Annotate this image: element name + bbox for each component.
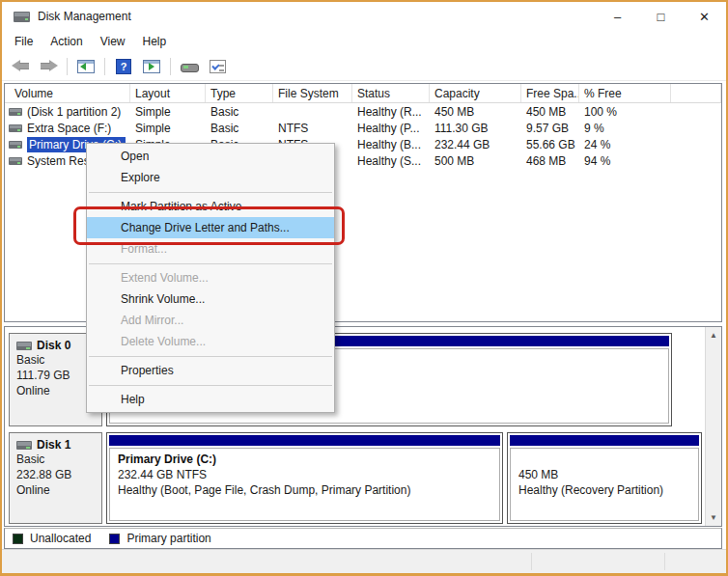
console-tree-button[interactable]: [73, 55, 98, 78]
unallocated-swatch: [13, 534, 23, 544]
checklist-icon: [210, 60, 226, 73]
column-header-type[interactable]: Type: [206, 84, 273, 102]
disk-icon: [16, 342, 32, 350]
help-icon: ?: [116, 59, 131, 74]
detail-pane-icon: [143, 60, 160, 73]
column-header-status[interactable]: Status: [352, 84, 430, 102]
volume-list-header: Volume Layout Type File System Status Ca…: [5, 84, 721, 103]
menu-view[interactable]: View: [92, 32, 134, 51]
table-row[interactable]: Extra Space (F:) Simple Basic NTFS Healt…: [5, 120, 721, 136]
primary-partition-swatch: [109, 534, 120, 544]
maximize-button[interactable]: □: [639, 2, 683, 31]
disk-icon: [16, 441, 32, 450]
action-pane-button[interactable]: [177, 55, 202, 78]
status-bar-separator: [531, 553, 532, 570]
back-arrow-icon: [12, 60, 30, 72]
console-tree-icon: [77, 60, 95, 73]
back-button[interactable]: [8, 55, 33, 78]
menu-action[interactable]: Action: [42, 32, 91, 51]
partition-color-bar: [109, 435, 500, 446]
menu-item-add-mirror: Add Mirror...: [87, 310, 334, 331]
menu-separator: [89, 356, 332, 357]
column-header-blank[interactable]: [671, 84, 721, 102]
column-header-file-system[interactable]: File System: [273, 84, 352, 102]
menu-item-help[interactable]: Help: [87, 389, 334, 410]
minimize-button[interactable]: –: [596, 2, 639, 31]
toolbar-separator: [67, 58, 68, 75]
window-controls: – □ ✕: [596, 2, 726, 31]
volume-icon: [9, 157, 22, 165]
title-bar: Disk Management – □ ✕: [2, 2, 726, 31]
toolbar-separator: [170, 58, 171, 75]
legend-label-primary-partition: Primary partition: [126, 532, 210, 545]
toolbar: ?: [2, 52, 726, 81]
menu-file[interactable]: File: [6, 32, 42, 51]
window-title: Disk Management: [38, 10, 131, 23]
action-pane-icon: [181, 61, 198, 72]
status-bar-separator: [664, 553, 665, 570]
column-header-free-space[interactable]: Free Spa...: [521, 84, 579, 102]
disk-management-window: Disk Management – □ ✕ File Action View H…: [0, 0, 728, 576]
close-button[interactable]: ✕: [683, 2, 726, 31]
context-menu: Open Explore Mark Partition as Active Ch…: [86, 143, 335, 413]
scroll-down-icon[interactable]: ▼: [706, 510, 721, 525]
menu-item-properties[interactable]: Properties: [87, 360, 334, 381]
column-header-capacity[interactable]: Capacity: [430, 84, 521, 102]
status-bar: [2, 549, 726, 573]
annotation-highlight-box: [73, 206, 345, 245]
forward-arrow-icon: [40, 60, 58, 72]
toolbar-separator: [104, 58, 105, 75]
help-button[interactable]: ?: [111, 55, 136, 78]
menu-item-delete-volume: Delete Volume...: [87, 331, 334, 352]
table-row[interactable]: (Disk 1 partition 2) Simple Basic Health…: [5, 103, 721, 120]
column-header-pct-free[interactable]: % Free: [579, 84, 671, 102]
menu-bar: File Action View Help: [2, 31, 726, 52]
legend-label-unallocated: Unallocated: [30, 532, 91, 545]
partition-primary-drive-c[interactable]: Primary Drive (C:) 232.44 GB NTFS Health…: [106, 432, 503, 524]
disk-1-label[interactable]: Disk 1 Basic 232.88 GB Online: [9, 432, 102, 524]
menu-separator: [89, 263, 332, 264]
detail-pane-button[interactable]: [139, 55, 164, 78]
menu-item-open[interactable]: Open: [87, 146, 334, 167]
partition-recovery[interactable]: 450 MB Healthy (Recovery Partition): [507, 432, 702, 524]
legend-bar: Unallocated Primary partition: [4, 528, 722, 549]
vertical-scrollbar[interactable]: ▲ ▼: [705, 327, 721, 526]
menu-separator: [89, 385, 332, 386]
menu-item-shrink-volume[interactable]: Shrink Volume...: [87, 288, 334, 310]
menu-item-extend-volume: Extend Volume...: [87, 267, 334, 288]
checklist-button[interactable]: [205, 55, 230, 78]
partition-color-bar: [510, 435, 699, 446]
menu-separator: [89, 192, 332, 193]
forward-button[interactable]: [36, 55, 61, 78]
column-header-layout[interactable]: Layout: [130, 84, 206, 102]
scroll-up-icon[interactable]: ▲: [706, 328, 721, 343]
menu-item-explore[interactable]: Explore: [87, 167, 334, 188]
menu-help[interactable]: Help: [134, 32, 176, 51]
column-header-volume[interactable]: Volume: [5, 84, 130, 102]
volume-icon: [9, 141, 22, 149]
app-disk-icon: [14, 12, 30, 22]
volume-icon: [9, 124, 22, 132]
volume-icon: [9, 108, 22, 116]
